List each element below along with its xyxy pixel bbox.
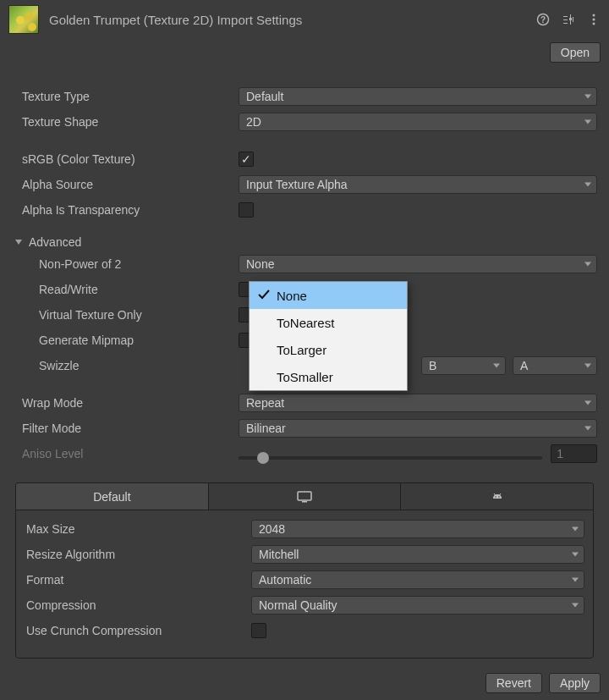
srgb-label: sRGB (Color Texture) [12, 152, 239, 166]
check-icon: ✓ [241, 153, 251, 165]
svg-text:?: ? [540, 15, 546, 25]
svg-rect-6 [298, 492, 311, 500]
wrap-mode-dropdown[interactable]: Repeat [239, 394, 597, 412]
open-button[interactable]: Open [550, 42, 601, 63]
check-icon [256, 287, 272, 302]
svg-point-9 [498, 496, 500, 498]
srgb-checkbox[interactable]: ✓ [239, 152, 254, 167]
filter-mode-dropdown[interactable]: Bilinear [239, 419, 597, 438]
alpha-transparency-checkbox[interactable] [239, 202, 254, 218]
aniso-value-field[interactable]: 1 [551, 444, 597, 463]
wrap-mode-value: Repeat [246, 396, 284, 410]
npot-option-label: ToNearest [277, 316, 334, 330]
maxsize-dropdown[interactable]: 2048 [251, 520, 584, 538]
texture-shape-dropdown[interactable]: 2D [239, 113, 597, 131]
texture-type-value: Default [246, 90, 283, 103]
swizzle-label: Swizzle [12, 359, 239, 372]
menu-icon[interactable] [587, 13, 601, 26]
compression-value: Normal Quality [259, 598, 337, 612]
chevron-down-icon [584, 120, 591, 124]
npot-option-tolarger[interactable]: ToLarger [250, 336, 407, 363]
resize-label: Resize Algorithm [25, 548, 251, 561]
npot-option-none[interactable]: None [250, 282, 407, 309]
tab-standalone[interactable] [209, 483, 402, 510]
chevron-down-icon [584, 262, 591, 267]
swizzle-b-value: B [429, 359, 436, 372]
texture-thumbnail [8, 5, 39, 34]
chevron-down-icon [584, 427, 591, 431]
aniso-label: Aniso Level [12, 447, 239, 460]
presets-icon[interactable] [562, 13, 575, 26]
filter-mode-value: Bilinear [246, 422, 286, 435]
npot-option-tosmaller[interactable]: ToSmaller [250, 363, 407, 390]
svg-point-3 [593, 14, 595, 17]
monitor-icon [296, 490, 313, 504]
maxsize-value: 2048 [259, 522, 285, 536]
chevron-down-icon [572, 527, 579, 532]
compression-dropdown[interactable]: Normal Quality [251, 596, 584, 615]
aniso-slider[interactable] [239, 456, 542, 460]
npot-option-tonearest[interactable]: ToNearest [250, 309, 407, 336]
svg-line-10 [494, 493, 496, 495]
chevron-down-icon [584, 95, 591, 99]
chevron-down-icon [572, 553, 579, 557]
npot-dropdown[interactable]: None [239, 255, 597, 273]
npot-dropdown-popup: None ToNearest ToLarger ToSmaller [249, 281, 408, 391]
svg-point-5 [593, 23, 595, 25]
npot-label: Non-Power of 2 [12, 257, 239, 271]
alpha-transparency-label: Alpha Is Transparency [12, 203, 239, 217]
alpha-source-value: Input Texture Alpha [246, 178, 348, 191]
swizzle-a-value: A [520, 359, 528, 372]
npot-option-label: None [277, 289, 307, 303]
tab-android[interactable] [401, 483, 593, 510]
swizzle-a-dropdown[interactable]: A [513, 356, 597, 375]
readwrite-label: Read/Write [12, 283, 239, 296]
npot-value: None [246, 257, 274, 271]
resize-value: Mitchell [259, 548, 299, 561]
tab-default[interactable]: Default [16, 483, 209, 510]
texture-type-label: Texture Type [12, 90, 239, 103]
advanced-heading[interactable]: Advanced [25, 235, 81, 249]
format-dropdown[interactable]: Automatic [251, 570, 584, 589]
apply-button[interactable]: Apply [549, 673, 601, 693]
alpha-source-dropdown[interactable]: Input Texture Alpha [239, 175, 597, 194]
compression-label: Compression [25, 598, 251, 612]
texture-type-dropdown[interactable]: Default [239, 87, 597, 106]
revert-button[interactable]: Revert [486, 673, 542, 693]
crunch-label: Use Crunch Compression [25, 624, 251, 637]
tab-default-label: Default [93, 490, 130, 504]
wrap-mode-label: Wrap Mode [12, 396, 239, 410]
chevron-down-icon [572, 578, 579, 582]
disclosure-triangle-icon[interactable] [15, 240, 22, 245]
alpha-source-label: Alpha Source [12, 178, 239, 191]
chevron-down-icon [584, 364, 591, 368]
filter-mode-label: Filter Mode [12, 422, 239, 435]
chevron-down-icon [584, 401, 591, 405]
texture-shape-value: 2D [246, 115, 261, 129]
npot-option-label: ToLarger [277, 343, 326, 357]
svg-point-4 [593, 19, 595, 21]
chevron-down-icon [584, 183, 591, 187]
format-label: Format [25, 573, 251, 587]
texture-shape-label: Texture Shape [12, 115, 239, 129]
format-value: Automatic [259, 573, 311, 587]
svg-rect-2 [569, 18, 572, 20]
svg-point-8 [495, 496, 497, 498]
vto-label: Virtual Texture Only [12, 308, 239, 322]
help-icon[interactable]: ? [536, 13, 550, 26]
chevron-down-icon [572, 604, 579, 608]
mipmap-label: Generate Mipmap [12, 333, 239, 347]
chevron-down-icon [493, 364, 500, 368]
resize-dropdown[interactable]: Mitchell [251, 545, 584, 564]
maxsize-label: Max Size [25, 522, 251, 536]
crunch-checkbox[interactable] [251, 623, 266, 638]
npot-option-label: ToSmaller [277, 370, 333, 384]
svg-rect-7 [302, 501, 307, 503]
svg-line-11 [499, 493, 501, 495]
page-title: Golden Trumpet (Texture 2D) Import Setti… [49, 13, 526, 27]
swizzle-b-dropdown[interactable]: B [421, 356, 506, 375]
slider-handle[interactable] [257, 452, 269, 464]
android-icon [489, 490, 506, 504]
